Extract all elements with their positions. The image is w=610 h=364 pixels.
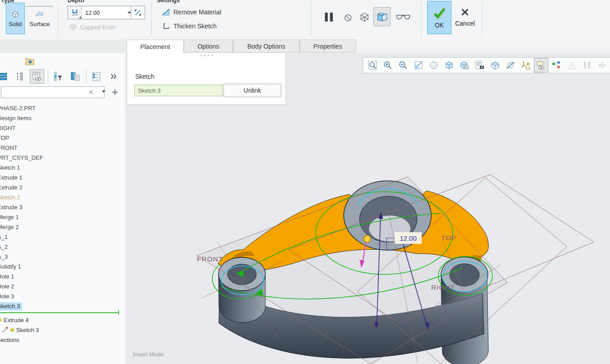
tree-item[interactable]: Hole 2 xyxy=(0,282,122,292)
dimension-value[interactable]: 12.00 xyxy=(400,234,417,242)
favorites-folder-button[interactable] xyxy=(24,56,35,67)
tree-columns-icon[interactable] xyxy=(30,69,44,84)
tree-item[interactable]: Sketch 2 xyxy=(0,193,122,202)
tab-options[interactable]: Options xyxy=(184,40,233,53)
tab-body-options[interactable]: Body Options xyxy=(233,40,300,53)
surface-icon xyxy=(35,9,45,19)
placement-panel: Sketch Sketch 3 Unlink xyxy=(127,53,286,105)
remove-material-icon xyxy=(161,8,170,17)
verify-button[interactable] xyxy=(393,10,414,24)
geometry-preview-button[interactable] xyxy=(373,7,391,26)
tree-item-label: Extrude 4 xyxy=(4,317,29,324)
tree-layout-icon[interactable] xyxy=(68,69,82,84)
insert-here-indicator[interactable] xyxy=(0,312,122,314)
pending-tree-item[interactable]: Sections xyxy=(0,335,122,345)
flip-direction-button[interactable] xyxy=(131,6,145,19)
tree-item[interactable]: Extrude 3 xyxy=(0,202,122,212)
toolbar-overflow-icon[interactable] xyxy=(106,69,121,84)
sketch-collector-field[interactable]: Sketch 3 xyxy=(134,85,223,96)
zoom-in-icon[interactable] xyxy=(381,58,395,72)
zoom-out-icon[interactable] xyxy=(396,58,410,72)
pause-tool-button[interactable] xyxy=(320,8,338,27)
tree-item[interactable]: Design Items xyxy=(0,113,122,123)
panel-drag-handle[interactable] xyxy=(127,55,286,56)
tree-item[interactable]: Extrude 1 xyxy=(0,173,122,183)
section-view-icon[interactable] xyxy=(457,58,472,72)
notifications-icon[interactable] xyxy=(564,58,579,72)
new-feature-star-icon xyxy=(9,327,15,333)
tree-expand-icon[interactable] xyxy=(13,69,27,84)
wireframe-preview-button[interactable] xyxy=(357,9,372,25)
depth-value-input[interactable]: 12.00 xyxy=(82,6,125,19)
check-icon xyxy=(432,6,446,20)
tree-item[interactable]: TOP xyxy=(0,133,122,143)
thicken-sketch-toggle[interactable]: Thicken Sketch xyxy=(162,22,217,30)
add-filter-icon[interactable] xyxy=(111,88,119,96)
tree-filter-icon[interactable] xyxy=(48,69,66,84)
divider xyxy=(421,2,421,36)
search-dropdown-icon[interactable] xyxy=(102,90,105,93)
tree-item[interactable]: Hole 3 xyxy=(0,292,122,301)
tree-item[interactable]: Merge 1 xyxy=(0,212,122,222)
view-manager-icon[interactable] xyxy=(488,58,502,72)
tree-item[interactable]: Sketch 1 xyxy=(0,163,122,173)
divider xyxy=(311,2,311,36)
toolbar-icon xyxy=(551,60,562,71)
tree-settings-icon[interactable] xyxy=(86,69,104,84)
tree-item-label: Hole 2 xyxy=(0,283,16,291)
cancel-button[interactable]: Cancel xyxy=(451,1,478,33)
refit-icon[interactable] xyxy=(365,58,380,72)
tree-item-label: Extrude 1 xyxy=(0,174,24,182)
tree-item[interactable]: Solidify 1 xyxy=(0,262,122,272)
tree-item[interactable]: A_1 xyxy=(0,232,122,242)
tab-placement[interactable]: Placement xyxy=(127,40,184,54)
depth-type-button[interactable] xyxy=(68,6,82,19)
repaint-icon[interactable] xyxy=(411,58,426,72)
show-hide-items-icon[interactable] xyxy=(534,58,548,72)
pending-tree-item[interactable]: Sketch 3 xyxy=(0,325,122,335)
tree-item-label: Hole 3 xyxy=(0,292,16,301)
unlink-button[interactable]: Unlink xyxy=(223,84,281,97)
annotation-display-icon[interactable] xyxy=(519,58,533,72)
solid-button[interactable]: Solid xyxy=(6,3,25,34)
tree-item[interactable]: Hole 1 xyxy=(0,272,122,282)
tree-item[interactable]: RIGHT xyxy=(0,123,122,133)
thicken-sketch-label: Thicken Sketch xyxy=(173,22,217,30)
toolbar-icon xyxy=(490,60,501,71)
tab-label: Body Options xyxy=(247,43,285,50)
exit-icon[interactable] xyxy=(595,58,610,72)
solid-button-label: Solid xyxy=(9,21,22,27)
tree-item[interactable]: PHASE-2.PRT xyxy=(0,103,122,113)
remove-material-toggle[interactable]: Remove Material xyxy=(161,8,221,17)
front-plane-label[interactable]: FRONT xyxy=(197,255,223,263)
right-plane-label[interactable]: RIGHT xyxy=(431,283,455,291)
display-style-icon[interactable] xyxy=(442,58,456,72)
divider xyxy=(58,2,58,36)
model-tree-icon[interactable] xyxy=(0,69,11,84)
surface-button[interactable]: Surface xyxy=(25,3,55,34)
insert-line-bar xyxy=(0,312,118,313)
tab-properties[interactable]: Properties xyxy=(300,40,356,53)
top-plane-label[interactable]: TOP xyxy=(441,234,457,242)
tree-item[interactable]: A_3 xyxy=(0,252,122,262)
tree-item-label: Sketch 3 xyxy=(16,327,39,333)
saved-views-icon[interactable] xyxy=(473,58,487,72)
pending-tree-item[interactable]: Extrude 4 xyxy=(0,315,122,325)
blind-depth-icon xyxy=(70,8,79,17)
tree-item[interactable]: FRONT xyxy=(0,143,122,153)
tree-item[interactable]: Merge 2 xyxy=(0,222,122,232)
no-preview-button[interactable] xyxy=(341,11,354,24)
tree-item[interactable]: Sketch 3 xyxy=(0,301,122,311)
tree-item[interactable]: PRT_CSYS_DEF xyxy=(0,153,122,163)
shading-style-icon[interactable] xyxy=(427,58,441,72)
depth-drag-handle[interactable] xyxy=(364,235,371,243)
tree-item[interactable]: A_2 xyxy=(0,242,122,252)
clear-search-icon[interactable] xyxy=(87,89,95,96)
toolbar-icon xyxy=(474,60,485,71)
datum-display-icon[interactable] xyxy=(503,58,518,72)
ok-button[interactable]: OK xyxy=(427,1,451,34)
tree-item[interactable]: Extrude 2 xyxy=(0,183,122,193)
pause-icon[interactable] xyxy=(580,58,594,72)
connection-display-icon[interactable] xyxy=(549,58,564,72)
toolbar-icon xyxy=(459,60,470,71)
